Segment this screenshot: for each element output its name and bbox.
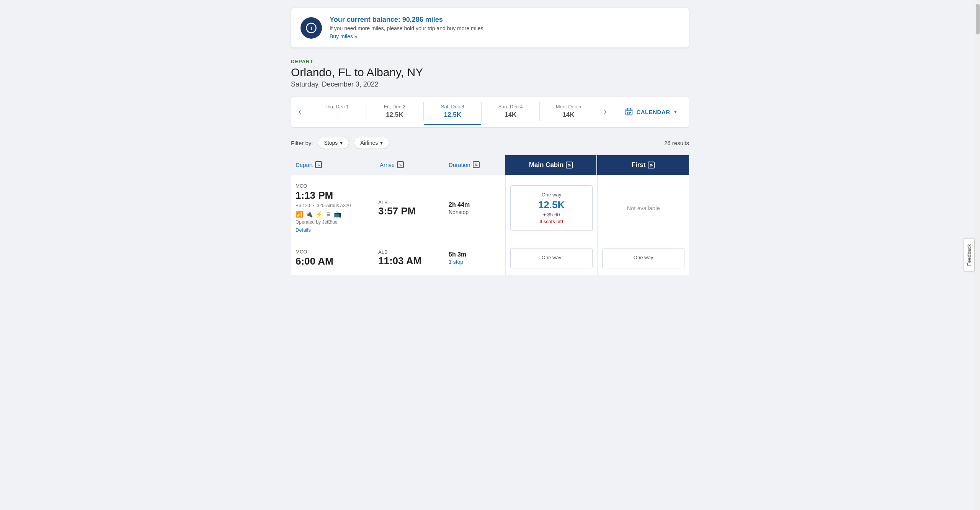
date-tab-miles-4: 14K xyxy=(543,111,594,119)
stops-info-2: 1 stop xyxy=(449,259,501,265)
depart-date: Saturday, December 3, 2022 xyxy=(291,80,689,88)
balance-text: Your current balance: 90,286 miles If yo… xyxy=(330,16,485,40)
main-cabin-price-cell[interactable]: One way 12.5K + $5.60 4 seats left xyxy=(505,175,597,241)
date-tab-miles-0: -- xyxy=(311,111,362,119)
table-header: Depart ⇅ Arrive ⇅ Duration ⇅ Main Cabin xyxy=(291,155,689,175)
duration-column-label: Duration xyxy=(449,162,470,168)
stops-dropdown-icon: ▾ xyxy=(340,140,343,146)
svg-rect-9 xyxy=(627,113,629,114)
date-tab-1[interactable]: Fri, Dec 212.5K xyxy=(366,98,423,125)
date-tab-miles-3: 14K xyxy=(485,111,536,119)
depart-airport-code: MCO xyxy=(296,183,371,189)
main-cabin-column-header[interactable]: Main Cabin ⇅ xyxy=(505,155,597,175)
details-link[interactable]: Details xyxy=(296,227,311,233)
flight-amenities: 📶 🔌 ⚡ 🖥 📺 xyxy=(296,211,371,218)
scrollbar[interactable] xyxy=(975,0,980,283)
date-prev-button[interactable]: ‹ xyxy=(291,96,308,127)
first-price-card-2[interactable]: One way xyxy=(602,248,684,268)
operated-by: Operated by JetBlue xyxy=(296,219,371,225)
date-tab-miles-2: 12.5K xyxy=(427,111,478,119)
date-tab-label-0: Thu, Dec 1 xyxy=(311,104,362,110)
flight-depart-cell: MCO 1:13 PM B6 120 ▪ 320-Airbus A320 📶 🔌… xyxy=(291,175,375,241)
duration-time: 2h 44m xyxy=(449,201,501,208)
main-cabin-one-way-label: One way xyxy=(518,192,585,198)
filter-bar: Filter by: Stops ▾ Airlines ▾ 26 results xyxy=(291,137,689,149)
scrollbar-thumb[interactable] xyxy=(976,4,980,34)
svg-rect-6 xyxy=(627,112,629,113)
filter-label: Filter by: xyxy=(291,140,313,146)
first-column-label: First xyxy=(632,161,646,169)
balance-title: Your current balance: 90,286 miles xyxy=(330,16,485,24)
flight-duration-cell-2: 5h 3m 1 stop xyxy=(444,241,505,275)
svg-rect-10 xyxy=(629,113,630,114)
usb-icon: ⚡ xyxy=(315,211,323,218)
main-cabin-seats: 4 seats left xyxy=(518,219,585,224)
flight-arrive-cell: ALB 3:57 PM xyxy=(375,175,444,241)
flight-row: MCO 1:13 PM B6 120 ▪ 320-Airbus A320 📶 🔌… xyxy=(291,175,689,241)
tv-icon: 📺 xyxy=(334,211,341,218)
flight-depart-cell-2: MCO 6:00 AM xyxy=(291,241,375,275)
wifi-icon: 📶 xyxy=(296,211,303,218)
date-tab-label-2: Sat, Dec 3 xyxy=(427,104,478,110)
arrive-airport-code: ALB xyxy=(378,199,416,205)
calendar-dropdown-icon: ▼ xyxy=(673,109,678,114)
main-cabin-price-cell-2[interactable]: One way xyxy=(505,241,597,275)
feedback-tab[interactable]: Feedback xyxy=(964,238,975,271)
stops-filter-button[interactable]: Stops ▾ xyxy=(318,137,350,149)
depart-airport-code-2: MCO xyxy=(296,249,371,255)
arrive-airport-code-2: ALB xyxy=(378,249,421,255)
arrive-column-header[interactable]: Arrive ⇅ xyxy=(375,155,444,174)
depart-column-label: Depart xyxy=(296,162,313,168)
main-cabin-price-card[interactable]: One way 12.5K + $5.60 4 seats left xyxy=(510,185,593,231)
main-cabin-miles: 12.5K xyxy=(518,199,585,211)
first-sort-icon: ⇅ xyxy=(648,162,655,168)
first-one-way-label-2: One way xyxy=(610,255,676,260)
calendar-icon xyxy=(625,108,633,116)
svg-text:i: i xyxy=(310,25,312,31)
depart-column-header[interactable]: Depart ⇅ xyxy=(291,155,375,174)
flight-number-aircraft: B6 120 ▪ 320-Airbus A320 xyxy=(296,203,371,208)
date-next-button[interactable]: › xyxy=(597,96,614,127)
main-cabin-price-card-2[interactable]: One way xyxy=(510,248,593,268)
flight-arrive-cell-2: ALB 11:03 AM xyxy=(375,241,444,275)
arrive-time: 3:57 PM xyxy=(378,205,416,217)
first-price-cell-2[interactable]: One way xyxy=(597,241,689,275)
date-tab-0[interactable]: Thu, Dec 1-- xyxy=(308,98,365,125)
depart-route: Orlando, FL to Albany, NY xyxy=(291,66,689,79)
svg-rect-7 xyxy=(629,112,630,113)
date-tab-2[interactable]: Sat, Dec 312.5K xyxy=(424,98,481,125)
balance-icon: i xyxy=(301,17,322,39)
depart-time: 1:13 PM xyxy=(296,190,371,201)
date-tab-3[interactable]: Sun, Dec 414K xyxy=(482,98,539,125)
stops-filter-label: Stops xyxy=(324,140,338,146)
power-icon: 🔌 xyxy=(305,211,313,218)
balance-banner: i Your current balance: 90,286 miles If … xyxy=(291,8,689,48)
balance-subtitle: If you need more miles, please hold your… xyxy=(330,25,485,31)
depart-label: DEPART xyxy=(291,59,689,64)
flight-row: MCO 6:00 AM ALB 11:03 AM 5h 3m 1 stop On… xyxy=(291,241,689,275)
duration-sort-icon: ⇅ xyxy=(473,161,480,168)
results-count: 26 results xyxy=(664,140,689,146)
airlines-filter-button[interactable]: Airlines ▾ xyxy=(354,137,389,149)
date-tabs: Thu, Dec 1--Fri, Dec 212.5KSat, Dec 312.… xyxy=(308,98,597,125)
date-tab-label-4: Mon, Dec 5 xyxy=(543,104,594,110)
buy-miles-link[interactable]: Buy miles » xyxy=(330,33,357,39)
calendar-label: CALENDAR xyxy=(636,109,670,115)
duration-time-2: 5h 3m xyxy=(449,251,501,258)
arrive-column-label: Arrive xyxy=(380,162,395,168)
duration-column-header[interactable]: Duration ⇅ xyxy=(444,155,505,174)
calendar-button[interactable]: CALENDAR ▼ xyxy=(614,96,689,127)
first-column-header[interactable]: First ⇅ xyxy=(597,155,689,175)
main-cabin-fee: + $5.60 xyxy=(518,212,585,217)
date-tab-miles-1: 12.5K xyxy=(369,111,420,119)
flight-duration-cell: 2h 44m Nonstop xyxy=(444,175,505,241)
flight-table: Depart ⇅ Arrive ⇅ Duration ⇅ Main Cabin xyxy=(291,155,689,275)
info-icon: i xyxy=(305,22,317,34)
first-not-available: Not available xyxy=(602,205,684,211)
date-tab-4[interactable]: Mon, Dec 514K xyxy=(540,98,597,125)
depart-time-2: 6:00 AM xyxy=(296,255,371,267)
date-selector: ‹ Thu, Dec 1--Fri, Dec 212.5KSat, Dec 31… xyxy=(291,96,689,127)
main-cabin-column-label: Main Cabin xyxy=(529,161,564,169)
date-tab-label-1: Fri, Dec 2 xyxy=(369,104,420,110)
arrive-time-2: 11:03 AM xyxy=(378,255,421,267)
